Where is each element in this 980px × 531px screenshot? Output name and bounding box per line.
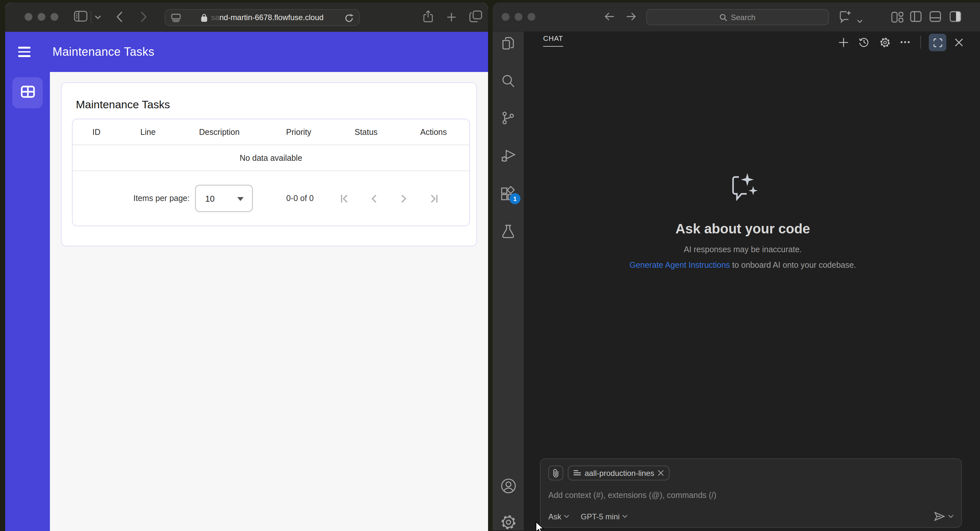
last-page-button[interactable] xyxy=(419,191,449,206)
items-per-page-value: 10 xyxy=(205,193,215,203)
activity-bar: 1 xyxy=(493,32,524,530)
toggle-panel-icon[interactable] xyxy=(929,11,941,25)
extensions-badge: 1 xyxy=(509,193,520,204)
empty-state-subtitle: AI responses may be inaccurate. xyxy=(524,245,962,254)
mode-picker[interactable]: Ask xyxy=(548,512,569,521)
chat-panel: CHAT xyxy=(524,32,980,530)
pagination-buttons xyxy=(329,191,449,206)
vscode-titlebar: Search xyxy=(493,3,980,32)
context-row: aall-production-lines xyxy=(548,466,953,480)
model-picker[interactable]: GPT-5 mini xyxy=(581,512,627,521)
toggle-primary-sidebar-icon[interactable] xyxy=(910,11,922,25)
vscode-body: 1 CHAT xyxy=(493,32,980,530)
empty-state-hint: Generate Agent Instructions to onboard A… xyxy=(524,261,962,270)
sidebar-toggle-icon[interactable] xyxy=(74,10,88,23)
lock-icon xyxy=(201,13,207,22)
send-options-chevron-icon[interactable] xyxy=(948,515,953,518)
sidebar-item-tables[interactable] xyxy=(12,77,43,108)
previous-page-button[interactable] xyxy=(359,191,389,206)
chevron-down-icon xyxy=(564,515,569,518)
items-per-page-label: Items per page: xyxy=(134,194,190,203)
run-debug-icon[interactable] xyxy=(500,148,517,166)
window-minimize-button[interactable] xyxy=(38,13,45,21)
url-faded-prefix: sa xyxy=(211,13,220,22)
copilot-icon[interactable] xyxy=(839,10,854,27)
search-placeholder: Search xyxy=(731,13,756,22)
page-body: Maintenance Tasks ID Line Description Pr… xyxy=(5,72,488,531)
context-chip[interactable]: aall-production-lines xyxy=(568,466,670,480)
card-title: Maintenance Tasks xyxy=(76,99,170,112)
menu-icon[interactable] xyxy=(18,47,30,57)
share-icon[interactable] xyxy=(423,10,433,23)
send-icon xyxy=(934,512,945,521)
column-header-description[interactable]: Description xyxy=(176,128,263,137)
window-close-button[interactable] xyxy=(502,13,509,21)
reload-icon[interactable] xyxy=(345,14,353,23)
empty-state-title: Ask about your code xyxy=(524,221,962,237)
next-page-button[interactable] xyxy=(389,191,419,206)
safari-toolbar: sand-martin-6678.flowfuse.cloud xyxy=(5,3,488,32)
chat-empty-state: Ask about your code AI responses may be … xyxy=(524,32,962,270)
tasks-table: ID Line Description Priority Status Acti… xyxy=(72,119,470,226)
app-header: Maintenance Tasks xyxy=(5,32,488,72)
back-icon[interactable] xyxy=(604,12,614,24)
generate-agent-instructions-link[interactable]: Generate Agent Instructions xyxy=(629,261,730,270)
account-icon[interactable] xyxy=(500,478,517,497)
mode-label: Ask xyxy=(548,512,561,521)
window-zoom-button[interactable] xyxy=(528,13,535,21)
table-grid-icon xyxy=(21,85,35,100)
search-icon xyxy=(720,13,727,21)
select-caret-icon xyxy=(237,197,243,201)
safari-window: sand-martin-6678.flowfuse.cloud xyxy=(5,3,488,531)
forward-button[interactable] xyxy=(140,11,147,23)
testing-icon[interactable] xyxy=(500,224,516,242)
new-tab-icon[interactable] xyxy=(447,12,456,22)
maintenance-tasks-card: Maintenance Tasks ID Line Description Pr… xyxy=(61,82,477,246)
list-icon xyxy=(574,470,581,476)
context-chip-label: aall-production-lines xyxy=(585,469,654,477)
window-close-button[interactable] xyxy=(25,13,32,21)
tab-overview-icon[interactable] xyxy=(469,10,482,23)
table-header-row: ID Line Description Priority Status Acti… xyxy=(73,119,469,145)
chevron-down-icon[interactable] xyxy=(95,15,101,19)
command-center-search[interactable]: Search xyxy=(646,9,829,25)
chat-input-placeholder[interactable]: Add context (#), extensions (@), command… xyxy=(548,491,953,500)
forward-icon[interactable] xyxy=(626,12,636,24)
settings-gear-icon[interactable] xyxy=(500,514,517,531)
window-minimize-button[interactable] xyxy=(515,13,522,21)
chat-input-box[interactable]: aall-production-lines Add context (#), e… xyxy=(540,458,962,528)
address-bar[interactable]: sand-martin-6678.flowfuse.cloud xyxy=(165,9,360,26)
copilot-chevron-icon[interactable] xyxy=(857,14,863,26)
chevron-down-icon xyxy=(622,515,627,518)
remove-context-icon[interactable] xyxy=(658,470,664,476)
attach-context-button[interactable] xyxy=(548,466,563,480)
desktop: sand-martin-6678.flowfuse.cloud xyxy=(0,0,980,531)
vscode-window: Search xyxy=(493,3,980,531)
empty-table-message: No data available xyxy=(73,145,469,171)
source-control-icon[interactable] xyxy=(500,110,516,128)
toggle-secondary-sidebar-icon[interactable] xyxy=(950,11,961,25)
app-header-title: Maintenance Tasks xyxy=(52,45,154,59)
hint-suffix: to onboard AI onto your codebase. xyxy=(730,261,856,270)
pagination-bar: Items per page: 10 0-0 of 0 xyxy=(73,171,469,226)
explorer-icon[interactable] xyxy=(500,36,516,54)
url-host: nd-martin-6678.flowfuse.cloud xyxy=(220,13,324,22)
column-header-status[interactable]: Status xyxy=(334,128,398,137)
url-text: sand-martin-6678.flowfuse.cloud xyxy=(165,10,359,25)
column-header-actions[interactable]: Actions xyxy=(398,128,469,137)
column-header-line[interactable]: Line xyxy=(120,128,176,137)
toolbar-divider xyxy=(91,11,91,23)
window-zoom-button[interactable] xyxy=(51,13,58,21)
items-per-page-select[interactable]: 10 xyxy=(195,185,253,212)
column-header-id[interactable]: ID xyxy=(73,128,120,137)
back-button[interactable] xyxy=(116,11,123,23)
page-content: Maintenance Tasks ID Line Description Pr… xyxy=(50,72,488,531)
column-header-priority[interactable]: Priority xyxy=(263,128,334,137)
first-page-button[interactable] xyxy=(329,191,359,206)
search-icon[interactable] xyxy=(500,73,516,91)
send-button[interactable] xyxy=(934,512,953,521)
model-label: GPT-5 mini xyxy=(581,512,620,521)
app-sidebar xyxy=(5,72,50,531)
customize-layout-icon[interactable] xyxy=(891,11,904,26)
pagination-range-label: 0-0 of 0 xyxy=(286,194,314,203)
